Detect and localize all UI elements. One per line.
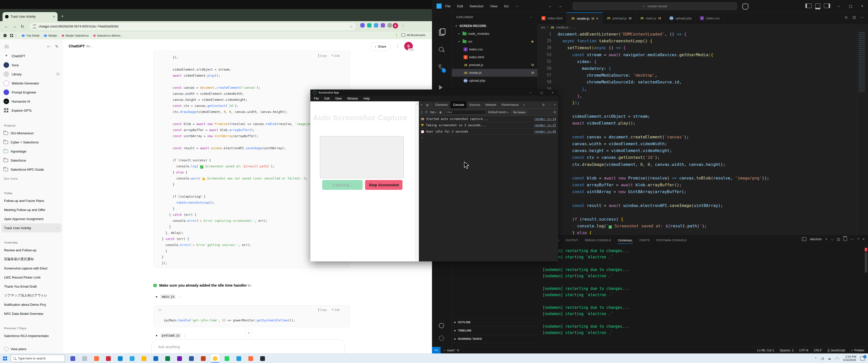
scroll-to-bottom-button[interactable]: ↓	[245, 329, 253, 336]
settings-gear-icon[interactable]	[438, 335, 445, 342]
bookmark-item[interactable]: Salesforce Admini...	[93, 34, 123, 37]
status-ln-96-col-1[interactable]: Ln 96, Col 1	[757, 349, 774, 352]
project-cyber-salesforce[interactable]: Cyber + Salesforce	[0, 138, 63, 147]
app-menu-help[interactable]: Help	[364, 97, 370, 100]
panel-tab-terminal[interactable]: TERMINAL	[618, 239, 633, 244]
network-icon[interactable]: ⟋⟍	[835, 357, 839, 360]
taskbar-app-github-desktop[interactable]	[258, 355, 267, 363]
copilot-icon[interactable]	[742, 3, 748, 9]
devtools-tab-performance[interactable]: Performance	[499, 101, 521, 108]
browser-tab[interactable]: Track User Activity ×	[2, 12, 58, 21]
sidebar-toggle-icon[interactable]: ▯▯	[4, 44, 9, 48]
new-chat-icon[interactable]: ✎	[55, 44, 59, 49]
history-item[interactable]: Thank You Email Draft	[0, 282, 63, 291]
taskbar-app-word[interactable]	[187, 355, 195, 363]
taskbar-app-outlook[interactable]	[152, 355, 160, 363]
view-plans[interactable]: View plans	[0, 344, 63, 354]
chat-input[interactable]: Ask anything	[158, 344, 180, 349]
new-terminal-icon[interactable]: +	[825, 237, 827, 241]
project-salesforce[interactable]: Salesforce	[0, 156, 63, 165]
file-src[interactable]: ▾src	[452, 38, 537, 45]
breadcrumb-item[interactable]: src	[541, 26, 545, 29]
history-item[interactable]: Follow-up and Future Plans	[0, 196, 63, 205]
minimize-icon[interactable]: –	[833, 4, 845, 8]
taskbar-app-whatsapp[interactable]	[223, 355, 231, 363]
item-options-icon[interactable]: ⋯	[56, 226, 59, 230]
git-branch[interactable]: ⑂ main* ↻	[443, 347, 460, 354]
chat-menu-icon[interactable]: ⋮	[396, 44, 399, 49]
panel-tab-ports[interactable]: PORTS	[640, 239, 650, 242]
bookmark-star-icon[interactable]: ☆	[349, 25, 353, 29]
menu-go[interactable]: Go	[504, 4, 509, 8]
devtools-close-icon[interactable]: ×	[554, 103, 556, 107]
apps-grid-icon[interactable]	[10, 34, 13, 37]
see-more[interactable]: See more	[0, 174, 63, 183]
tab-upload.php[interactable]: phpupload.php	[665, 12, 696, 24]
taskbar-clock[interactable]: 2:25 PM 5/16/2025	[843, 355, 856, 362]
sidebar-item-chatgpt[interactable]: ✳ChatGPT	[0, 52, 63, 61]
file-index.html[interactable]: 5index.html	[452, 53, 537, 61]
taskbar-app-file-explorer[interactable]	[140, 355, 148, 363]
explorer-icon[interactable]	[438, 29, 445, 36]
status--javascript[interactable]: {} JavaScript	[828, 349, 845, 352]
menu-selection[interactable]: Selection	[470, 4, 484, 8]
toggle-secondary-sidebar-icon[interactable]	[824, 3, 830, 8]
tab-index.html[interactable]: 5index.html	[537, 12, 567, 24]
file-index.css[interactable]: #index.css	[452, 45, 537, 53]
devtools-tab-network[interactable]: Network	[483, 101, 499, 108]
new-tab-button[interactable]: +	[61, 14, 64, 19]
history-item[interactable]: NPC Data Model Overview	[0, 309, 63, 318]
model-selector[interactable]: ChatGPT 4o ⌄	[69, 44, 93, 48]
tab-close-icon[interactable]: ×	[53, 14, 55, 19]
tab-index.css[interactable]: #index.css	[696, 12, 724, 24]
project-agvantage[interactable]: Agvantage	[0, 147, 63, 156]
start-button[interactable]	[3, 357, 7, 361]
history-back-icon[interactable]: ←	[548, 4, 552, 8]
command-center-search[interactable]: ○‑ screen-record	[572, 2, 737, 10]
edit-button[interactable]: ✎ Edit	[331, 308, 340, 311]
panel-tab-output[interactable]: OUTPUT	[566, 239, 578, 242]
devtools-tab-elements[interactable]: Elements	[433, 101, 451, 108]
history-item[interactable]: Apex Approver Assignment	[0, 214, 63, 223]
split-editor-icon[interactable]: ◫	[852, 15, 856, 19]
section-timeline[interactable]: ▸TIMELINE	[452, 326, 537, 335]
explorer-actions-icon[interactable]: ⋯	[530, 15, 533, 19]
section-running-tasks[interactable]: ▸RUNNING TASKS	[452, 335, 537, 343]
panel-tab-postman-console[interactable]: POSTMAN CONSOLE	[656, 239, 687, 242]
history-forward-icon[interactable]: →	[558, 4, 562, 8]
source-link[interactable]: render.js:37	[534, 124, 556, 127]
console-filter-input[interactable]: Filter	[444, 110, 486, 115]
close-tab-icon[interactable]: ×	[596, 16, 598, 21]
terminal-dropdown-icon[interactable]: ⌄	[831, 237, 833, 241]
maximize-icon[interactable]: ▢	[536, 90, 547, 96]
file-upload.php[interactable]: phpupload.php	[452, 77, 537, 85]
taskbar-app-excel[interactable]	[163, 355, 172, 363]
app-menu-edit[interactable]: Edit	[324, 97, 330, 100]
no-issues-badge[interactable]: No Issues	[511, 110, 528, 114]
toggle-panel-icon[interactable]	[815, 3, 820, 9]
app-scrollbar[interactable]: ▲	[415, 101, 419, 261]
status-spaces-2[interactable]: Spaces: 2	[780, 349, 794, 352]
bookmark-item[interactable]: Martjin	[44, 34, 57, 37]
terminal-process-label[interactable]: electron	[810, 237, 822, 241]
file-node_modules[interactable]: ▸node_modules	[452, 30, 537, 38]
menu-file[interactable]: File	[445, 4, 451, 8]
forward-icon[interactable]: →	[12, 24, 17, 29]
back-icon[interactable]: ←	[4, 24, 8, 29]
file-preload.js[interactable]: JSpreload.jsM	[452, 61, 537, 69]
panel-maximize-icon[interactable]: ^	[858, 237, 859, 241]
project-salesforce-npc-guide[interactable]: Salesforce-NPC-Guide	[0, 165, 63, 174]
edit-button[interactable]: ✎ Edit	[331, 54, 340, 58]
extension-icon[interactable]	[367, 23, 371, 28]
history-item[interactable]: Notification about Demo Proj	[0, 300, 63, 309]
devtools-tab-console[interactable]: Console	[451, 101, 467, 108]
kill-terminal-icon[interactable]	[843, 237, 847, 241]
terminal-scrollbar[interactable]	[865, 252, 867, 272]
sidebar-item-website-generator[interactable]: Website Generator	[0, 79, 63, 88]
toggle-sidebar-icon[interactable]	[805, 3, 812, 8]
sidebar-item-library[interactable]: Library23	[0, 70, 63, 79]
source-link[interactable]: render.js:45	[534, 130, 556, 133]
taskbar-app-chrome[interactable]	[211, 355, 219, 363]
tab-main.js[interactable]: JSmain.jsM	[636, 12, 665, 24]
app-menu-file[interactable]: File	[314, 97, 319, 100]
